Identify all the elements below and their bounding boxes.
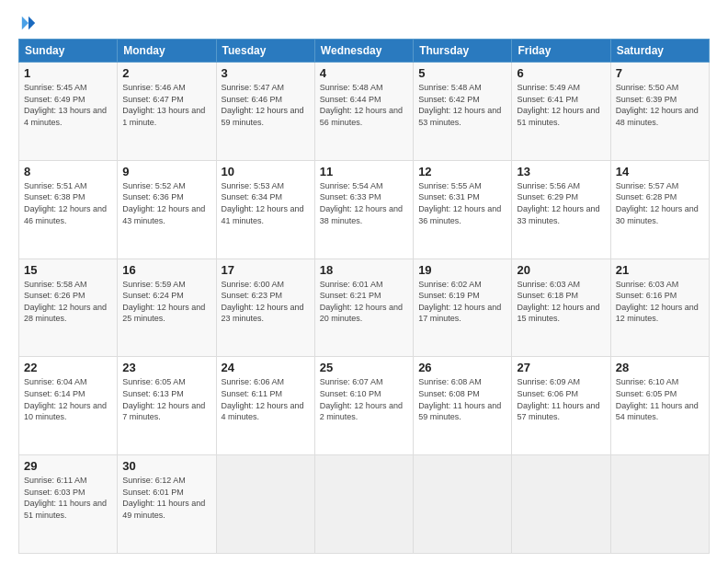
calendar-cell: 11Sunrise: 5:54 AMSunset: 6:33 PMDayligh… (314, 160, 413, 259)
day-info: Sunrise: 6:10 AMSunset: 6:05 PMDaylight:… (616, 376, 704, 422)
day-number: 13 (517, 165, 605, 178)
calendar-cell: 22Sunrise: 6:04 AMSunset: 6:14 PMDayligh… (19, 357, 118, 455)
day-info: Sunrise: 6:02 AMSunset: 6:19 PMDaylight:… (418, 279, 506, 325)
calendar-cell: 5Sunrise: 5:48 AMSunset: 6:42 PMDaylight… (414, 63, 512, 161)
day-number: 12 (418, 165, 506, 178)
calendar-cell (512, 455, 610, 554)
logo-flag-icon (20, 15, 37, 31)
day-info: Sunrise: 6:07 AMSunset: 6:10 PMDaylight:… (320, 376, 408, 422)
calendar-cell: 2Sunrise: 5:46 AMSunset: 6:47 PMDaylight… (118, 63, 216, 161)
day-number: 26 (418, 361, 506, 374)
calendar-cell: 19Sunrise: 6:02 AMSunset: 6:19 PMDayligh… (414, 259, 512, 357)
page: SundayMondayTuesdayWednesdayThursdayFrid… (0, 0, 728, 563)
day-header: Sunday (19, 40, 118, 63)
day-number: 10 (222, 165, 310, 178)
calendar-cell: 1Sunrise: 5:45 AMSunset: 6:49 PMDaylight… (19, 63, 118, 161)
calendar-cell: 20Sunrise: 6:03 AMSunset: 6:18 PMDayligh… (512, 259, 610, 357)
day-number: 30 (122, 459, 210, 473)
calendar-cell: 29Sunrise: 6:11 AMSunset: 6:03 PMDayligh… (19, 455, 118, 554)
calendar-cell: 13Sunrise: 5:56 AMSunset: 6:29 PMDayligh… (512, 160, 610, 259)
day-number: 2 (122, 66, 210, 80)
day-number: 25 (320, 361, 408, 374)
calendar-cell: 3Sunrise: 5:47 AMSunset: 6:46 PMDaylight… (216, 63, 314, 161)
day-number: 23 (122, 361, 210, 374)
day-info: Sunrise: 5:46 AMSunset: 6:47 PMDaylight:… (122, 82, 210, 128)
day-info: Sunrise: 5:54 AMSunset: 6:33 PMDaylight:… (320, 180, 408, 226)
day-number: 21 (616, 263, 704, 277)
day-info: Sunrise: 6:00 AMSunset: 6:23 PMDaylight:… (222, 279, 310, 325)
day-info: Sunrise: 6:05 AMSunset: 6:13 PMDaylight:… (122, 376, 210, 422)
day-info: Sunrise: 5:59 AMSunset: 6:24 PMDaylight:… (122, 279, 210, 325)
calendar-cell (414, 455, 512, 554)
day-number: 17 (222, 263, 310, 277)
day-number: 29 (24, 459, 112, 473)
day-info: Sunrise: 5:53 AMSunset: 6:34 PMDaylight:… (222, 180, 310, 226)
day-number: 15 (24, 263, 112, 277)
day-info: Sunrise: 6:09 AMSunset: 6:06 PMDaylight:… (517, 376, 605, 422)
calendar-cell (314, 455, 413, 554)
day-number: 3 (222, 66, 310, 80)
calendar-cell: 14Sunrise: 5:57 AMSunset: 6:28 PMDayligh… (610, 160, 709, 259)
calendar-cell: 6Sunrise: 5:49 AMSunset: 6:41 PMDaylight… (512, 63, 610, 161)
day-info: Sunrise: 5:55 AMSunset: 6:31 PMDaylight:… (418, 180, 506, 226)
day-number: 11 (320, 165, 408, 178)
calendar-cell (610, 455, 709, 554)
calendar-cell: 10Sunrise: 5:53 AMSunset: 6:34 PMDayligh… (216, 160, 314, 259)
day-info: Sunrise: 5:45 AMSunset: 6:49 PMDaylight:… (24, 82, 112, 128)
calendar-week-row: 15Sunrise: 5:58 AMSunset: 6:26 PMDayligh… (19, 259, 710, 357)
day-number: 19 (418, 263, 506, 277)
day-number: 5 (418, 66, 506, 80)
calendar-week-row: 29Sunrise: 6:11 AMSunset: 6:03 PMDayligh… (19, 455, 710, 554)
day-info: Sunrise: 6:04 AMSunset: 6:14 PMDaylight:… (24, 376, 112, 422)
day-number: 14 (616, 165, 704, 178)
calendar-cell: 21Sunrise: 6:03 AMSunset: 6:16 PMDayligh… (610, 259, 709, 357)
day-info: Sunrise: 6:12 AMSunset: 6:01 PMDaylight:… (122, 475, 210, 521)
calendar-table: SundayMondayTuesdayWednesdayThursdayFrid… (18, 39, 710, 554)
day-info: Sunrise: 5:57 AMSunset: 6:28 PMDaylight:… (616, 180, 704, 226)
day-number: 8 (24, 165, 112, 178)
calendar-cell: 24Sunrise: 6:06 AMSunset: 6:11 PMDayligh… (216, 357, 314, 455)
day-header: Thursday (414, 40, 512, 63)
day-header: Monday (118, 40, 216, 63)
day-number: 7 (616, 66, 704, 80)
calendar-cell (216, 455, 314, 554)
day-number: 22 (24, 361, 112, 374)
calendar-cell: 17Sunrise: 6:00 AMSunset: 6:23 PMDayligh… (216, 259, 314, 357)
day-info: Sunrise: 6:11 AMSunset: 6:03 PMDaylight:… (24, 475, 112, 521)
day-info: Sunrise: 5:47 AMSunset: 6:46 PMDaylight:… (222, 82, 310, 128)
svg-marker-0 (28, 17, 35, 29)
day-number: 6 (517, 66, 605, 80)
calendar-cell: 7Sunrise: 5:50 AMSunset: 6:39 PMDaylight… (610, 63, 709, 161)
calendar-cell: 16Sunrise: 5:59 AMSunset: 6:24 PMDayligh… (118, 259, 216, 357)
day-info: Sunrise: 5:52 AMSunset: 6:36 PMDaylight:… (122, 180, 210, 226)
calendar-cell: 30Sunrise: 6:12 AMSunset: 6:01 PMDayligh… (118, 455, 216, 554)
calendar-cell: 28Sunrise: 6:10 AMSunset: 6:05 PMDayligh… (610, 357, 709, 455)
day-number: 16 (122, 263, 210, 277)
day-number: 28 (616, 361, 704, 374)
svg-marker-1 (22, 17, 28, 29)
header (18, 15, 710, 29)
day-number: 24 (222, 361, 310, 374)
calendar-cell: 27Sunrise: 6:09 AMSunset: 6:06 PMDayligh… (512, 357, 610, 455)
calendar-cell: 12Sunrise: 5:55 AMSunset: 6:31 PMDayligh… (414, 160, 512, 259)
calendar-cell: 15Sunrise: 5:58 AMSunset: 6:26 PMDayligh… (19, 259, 118, 357)
day-number: 1 (24, 66, 112, 80)
day-number: 4 (320, 66, 408, 80)
day-info: Sunrise: 6:08 AMSunset: 6:08 PMDaylight:… (418, 376, 506, 422)
day-header: Tuesday (216, 40, 314, 63)
day-info: Sunrise: 6:01 AMSunset: 6:21 PMDaylight:… (320, 279, 408, 325)
logo-text (18, 15, 37, 31)
day-number: 20 (517, 263, 605, 277)
day-number: 27 (517, 361, 605, 374)
calendar-cell: 26Sunrise: 6:08 AMSunset: 6:08 PMDayligh… (414, 357, 512, 455)
logo (18, 15, 37, 29)
day-number: 18 (320, 263, 408, 277)
day-number: 9 (122, 165, 210, 178)
day-info: Sunrise: 5:58 AMSunset: 6:26 PMDaylight:… (24, 279, 112, 325)
day-info: Sunrise: 5:49 AMSunset: 6:41 PMDaylight:… (517, 82, 605, 128)
day-info: Sunrise: 5:48 AMSunset: 6:44 PMDaylight:… (320, 82, 408, 128)
day-info: Sunrise: 6:03 AMSunset: 6:18 PMDaylight:… (517, 279, 605, 325)
calendar-cell: 8Sunrise: 5:51 AMSunset: 6:38 PMDaylight… (19, 160, 118, 259)
calendar-cell: 18Sunrise: 6:01 AMSunset: 6:21 PMDayligh… (314, 259, 413, 357)
day-header: Saturday (610, 40, 709, 63)
